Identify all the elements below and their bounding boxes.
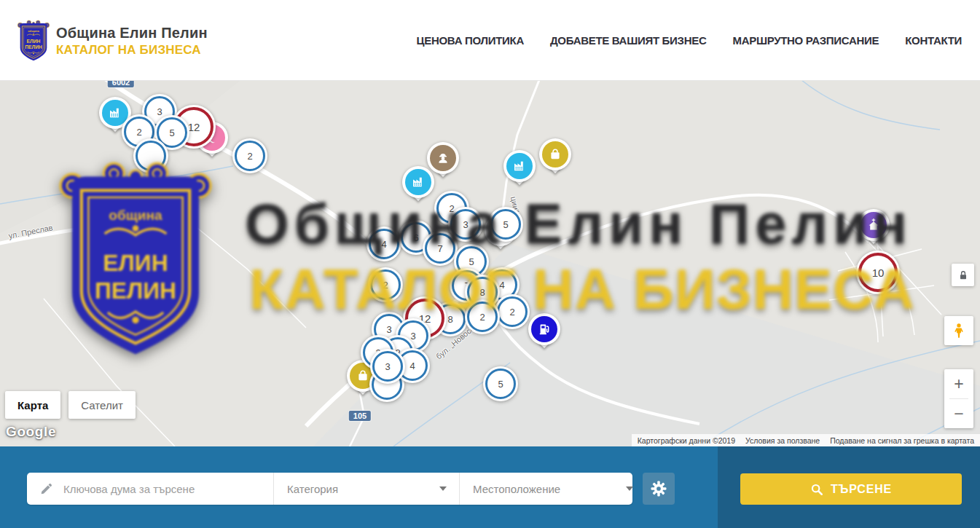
google-logo[interactable]: Google	[6, 424, 56, 440]
fuel-pump-icon	[537, 322, 552, 336]
chevron-down-icon	[439, 486, 447, 491]
advanced-settings-button[interactable]	[643, 473, 675, 505]
pegman-icon	[951, 321, 967, 340]
map-attribution: Картографски данни ©2019 Условия за полз…	[632, 434, 980, 446]
cluster-count: 2	[370, 269, 401, 300]
keyword-field-wrap	[27, 473, 273, 505]
search-fields-group: Категория Местоположение	[27, 473, 632, 505]
factory-icon	[108, 106, 122, 120]
cluster-count: 2	[467, 302, 498, 332]
cluster-count: 3	[450, 209, 481, 240]
cluster-count: 2	[497, 296, 528, 327]
worker-icon	[436, 151, 450, 165]
cluster-marker[interactable]: 2	[368, 267, 403, 302]
category-select[interactable]: Категория	[273, 473, 459, 505]
road-number-badge: 6002	[108, 80, 134, 87]
factory-icon	[512, 159, 527, 173]
nav-item-contacts[interactable]: КОНТАКТИ	[905, 34, 962, 47]
top-bar: община ЕЛИН ПЕЛИН Община Елин Пелин КАТА…	[0, 0, 980, 81]
cluster-marker[interactable]: 2	[465, 299, 500, 334]
magnifier-icon	[810, 483, 823, 496]
site-subtitle: КАТАЛОГ НА БИЗНЕСА	[56, 43, 208, 58]
pin-circle	[858, 209, 890, 241]
padlock-icon	[957, 269, 969, 281]
shopping-bag-icon	[356, 369, 370, 383]
site-title: Община Елин Пелин	[56, 25, 208, 42]
cluster-marker[interactable]: 5	[488, 207, 523, 242]
search-submit-button[interactable]: ТЪРСЕНЕ	[740, 473, 962, 505]
category-select-value: Категория	[287, 483, 338, 495]
lock-button[interactable]	[952, 264, 974, 286]
cluster-marker[interactable]: 3	[370, 349, 405, 384]
map-type-satellite-button[interactable]: Сателит	[68, 391, 136, 419]
map-type-control: Карта Сателит	[5, 391, 136, 419]
nav-item-add-business[interactable]: ДОБАВЕТЕ ВАШИЯТ БИЗНЕС	[550, 34, 706, 47]
location-select[interactable]: Местоположение	[459, 473, 646, 505]
report-error-link[interactable]: Подаване на сигнал за грешка в картата	[830, 436, 974, 445]
cluster-marker[interactable]: 5	[483, 366, 518, 401]
cluster-count: 2	[235, 141, 265, 171]
google-map[interactable]: 6002105ул. Преславбул. „Новоселции"	[0, 80, 980, 446]
gear-icon	[651, 481, 667, 497]
terms-link[interactable]: Условия за ползване	[745, 436, 820, 445]
road-number-badge: 105	[349, 411, 371, 421]
cluster-count: 5	[490, 209, 521, 240]
cluster-marker[interactable]: 10	[856, 251, 900, 294]
municipality-crest-icon: община ЕЛИН ПЕЛИН	[17, 20, 50, 63]
church-icon	[866, 218, 881, 232]
map-type-map-button[interactable]: Карта	[5, 391, 60, 419]
pin-circle	[528, 313, 560, 345]
location-select-value: Местоположение	[473, 483, 560, 495]
bag-pin-marker[interactable]	[539, 138, 571, 181]
pencil-icon	[40, 483, 52, 495]
map-copyright: Картографски данни ©2019	[638, 436, 735, 445]
main-nav: ЦЕНОВА ПОЛИТИКА ДОБАВЕТЕ ВАШИЯТ БИЗНЕС М…	[417, 0, 962, 80]
keyword-search-input[interactable]	[62, 482, 247, 496]
crest-name-line1: ЕЛИН	[27, 39, 41, 44]
pin-circle	[503, 150, 536, 182]
cluster-count: 4	[369, 229, 399, 259]
search-button-label: ТЪРСЕНЕ	[831, 483, 892, 496]
pin-circle	[402, 166, 434, 198]
cluster-count: 10	[858, 253, 898, 292]
cluster-count: 3	[372, 351, 403, 382]
factory-pin-marker[interactable]	[503, 150, 536, 192]
cluster-count: 5	[485, 369, 516, 399]
site-logo[interactable]: община ЕЛИН ПЕЛИН Община Елин Пелин КАТА…	[17, 20, 208, 63]
cluster-count: 7	[425, 233, 455, 264]
cluster-marker[interactable]: 2	[495, 294, 530, 329]
street-view-pegman-button[interactable]	[944, 316, 973, 345]
factory-icon	[411, 175, 426, 189]
nav-item-timetable[interactable]: МАРШРУТНО РАЗПИСАНИЕ	[732, 34, 879, 47]
crest-town-word: община	[28, 29, 39, 33]
nav-item-pricing[interactable]: ЦЕНОВА ПОЛИТИКА	[417, 34, 524, 47]
pin-circle	[539, 138, 571, 170]
cluster-marker[interactable]: 4	[366, 226, 401, 261]
zoom-out-button[interactable]: −	[944, 399, 973, 428]
search-bar: Категория Местоположение	[0, 446, 980, 528]
cluster-marker[interactable]	[133, 138, 168, 173]
chevron-down-icon	[626, 486, 633, 491]
cluster-count	[136, 141, 166, 171]
cluster-marker[interactable]: 7	[423, 231, 458, 266]
church-pin-marker[interactable]	[858, 209, 890, 251]
factory-pin-marker[interactable]	[402, 166, 434, 208]
shopping-bag-icon	[548, 147, 562, 162]
zoom-control: + −	[944, 369, 973, 428]
fuel-pin-marker[interactable]	[528, 313, 560, 355]
crest-name-line2: ПЕЛИН	[25, 44, 42, 50]
zoom-in-button[interactable]: +	[944, 369, 973, 398]
cluster-marker[interactable]: 2	[232, 138, 267, 173]
